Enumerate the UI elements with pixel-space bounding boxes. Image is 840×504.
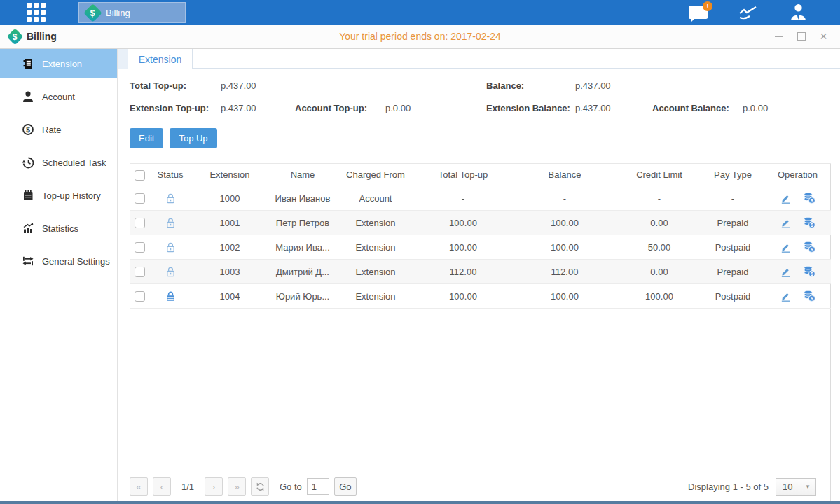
billing-app-icon: $ xyxy=(83,4,102,22)
cell-charged-from: Extension xyxy=(337,211,414,235)
col-credit-limit: Credit Limit xyxy=(617,164,701,186)
sidebar-item-label: General Settings xyxy=(42,256,110,267)
col-charged-from: Charged From xyxy=(337,164,414,186)
row-checkbox[interactable] xyxy=(135,291,145,302)
go-button[interactable]: Go xyxy=(334,477,357,496)
user-account-icon[interactable] xyxy=(789,3,808,22)
row-checkbox[interactable] xyxy=(135,218,145,228)
cell-pay-type: Prepaid xyxy=(701,260,764,284)
sidebar-item-topup-history[interactable]: Top-up History xyxy=(0,181,117,210)
window-title: Billing xyxy=(27,31,57,42)
extension-balance-label: Extension Balance: xyxy=(486,103,575,113)
sidebar-item-scheduled-task[interactable]: Scheduled Task xyxy=(0,148,117,177)
topup-history-notebook-icon xyxy=(22,189,34,202)
unlocked-icon xyxy=(165,217,177,229)
window-titlebar: Your trial period ends on: 2017-02-24 $ … xyxy=(0,24,840,49)
table-row: 1002 Мария Ива... Extension 100.00 100.0… xyxy=(130,235,831,260)
prev-page-button[interactable]: ‹ xyxy=(153,477,171,496)
svg-text:$: $ xyxy=(811,247,813,253)
extension-balance-value: p.437.00 xyxy=(575,103,652,113)
sidebar-item-rate[interactable]: $ Rate xyxy=(0,115,117,144)
edit-extension-icon[interactable] xyxy=(780,266,792,278)
cell-extension: 1002 xyxy=(191,235,268,260)
cell-name: Мария Ива... xyxy=(268,235,337,260)
locked-icon xyxy=(165,290,177,302)
row-checkbox[interactable] xyxy=(135,193,145,204)
cell-total-topup: 100.00 xyxy=(414,211,512,235)
sidebar-item-general-settings[interactable]: General Settings xyxy=(0,246,117,276)
maximize-icon[interactable] xyxy=(796,31,806,42)
last-page-button[interactable]: » xyxy=(228,477,246,496)
sidebar-item-label: Rate xyxy=(42,125,61,135)
page-size-select[interactable]: 10 ▼ xyxy=(776,478,816,496)
topup-extension-icon[interactable]: $ xyxy=(803,265,815,278)
edit-extension-icon[interactable] xyxy=(780,217,792,229)
cell-balance: 100.00 xyxy=(512,235,617,260)
select-all-checkbox[interactable] xyxy=(135,170,145,181)
account-balance-label: Account Balance: xyxy=(652,103,743,113)
next-page-button[interactable]: › xyxy=(205,477,223,496)
sidebar-item-label: Scheduled Task xyxy=(42,158,106,168)
row-checkbox[interactable] xyxy=(135,267,145,277)
tab-extension[interactable]: Extension xyxy=(128,49,193,69)
topup-extension-icon[interactable]: $ xyxy=(803,241,815,253)
sidebar-item-account[interactable]: Account xyxy=(0,82,117,111)
taskbar-tab-billing[interactable]: $ Billing xyxy=(78,2,186,23)
edit-button[interactable]: Edit xyxy=(130,128,163,148)
close-icon[interactable]: × xyxy=(818,31,829,42)
sidebar-item-label: Account xyxy=(42,92,75,102)
unlocked-icon xyxy=(165,266,177,278)
table-row: 1003 Дмитрий Д... Extension 112.00 112.0… xyxy=(130,260,831,284)
displaying-status: Displaying 1 - 5 of 5 xyxy=(688,482,769,492)
col-extension: Extension xyxy=(191,164,268,186)
balance-summary: Total Top-up: p.437.00 Balance: p.437.00… xyxy=(130,80,840,113)
taskbar-tab-label: Billing xyxy=(106,8,130,18)
cell-extension: 1003 xyxy=(191,260,268,284)
svg-text:$: $ xyxy=(811,198,813,204)
cell-credit-limit: 100.00 xyxy=(617,284,701,309)
table-row: 1001 Петр Петров Extension 100.00 100.00… xyxy=(130,211,831,235)
extension-topup-value: p.437.00 xyxy=(221,103,295,113)
cell-balance: 112.00 xyxy=(512,260,617,284)
col-status: Status xyxy=(149,164,191,186)
cell-name: Юрий Юрь... xyxy=(268,284,337,309)
edit-extension-icon[interactable] xyxy=(780,192,792,204)
cell-total-topup: - xyxy=(414,186,512,211)
monitor-chart-icon[interactable] xyxy=(737,4,759,21)
refresh-button[interactable] xyxy=(251,477,269,496)
topup-extension-icon[interactable]: $ xyxy=(803,192,815,204)
messages-icon[interactable]: ! xyxy=(689,6,708,19)
minimize-icon[interactable] xyxy=(773,31,784,42)
total-topup-value: p.437.00 xyxy=(221,80,295,91)
cell-credit-limit: 0.00 xyxy=(617,211,701,235)
cell-charged-from: Extension xyxy=(337,284,414,309)
sidebar-item-extension[interactable]: Extension xyxy=(0,49,117,78)
notification-badge: ! xyxy=(703,1,712,11)
cell-extension: 1001 xyxy=(191,211,268,235)
account-topup-value: p.0.00 xyxy=(385,103,486,113)
balance-value: p.437.00 xyxy=(575,80,652,91)
cell-total-topup: 100.00 xyxy=(414,284,512,309)
cell-total-topup: 100.00 xyxy=(414,235,512,260)
page-indicator: 1/1 xyxy=(176,482,200,492)
topup-button[interactable]: Top Up xyxy=(170,128,216,148)
edit-extension-icon[interactable] xyxy=(780,290,792,302)
cell-balance: 100.00 xyxy=(512,284,617,309)
apps-grid-icon[interactable] xyxy=(27,3,46,22)
trial-notice: Your trial period ends on: 2017-02-24 xyxy=(0,31,840,42)
account-person-icon xyxy=(22,90,34,103)
topup-extension-icon[interactable]: $ xyxy=(803,216,815,229)
row-checkbox[interactable] xyxy=(135,242,145,253)
cell-charged-from: Account xyxy=(337,186,414,211)
col-balance: Balance xyxy=(512,164,617,186)
sidebar-item-statistics[interactable]: Statistics xyxy=(0,214,117,243)
first-page-button[interactable]: « xyxy=(130,477,148,496)
cell-balance: 100.00 xyxy=(512,211,617,235)
svg-text:$: $ xyxy=(26,126,30,134)
edit-extension-icon[interactable] xyxy=(780,241,792,253)
cell-name: Иван Иванов xyxy=(268,186,337,211)
cell-name: Петр Петров xyxy=(268,211,337,235)
goto-page-input[interactable] xyxy=(307,478,329,495)
topup-extension-icon[interactable]: $ xyxy=(803,290,815,302)
account-balance-value: p.0.00 xyxy=(743,103,840,113)
